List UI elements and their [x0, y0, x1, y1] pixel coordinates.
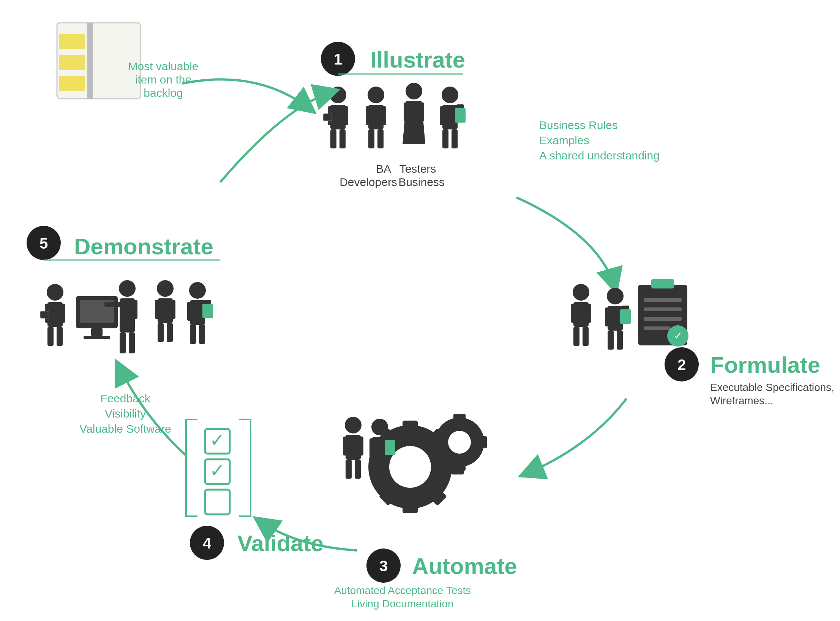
- svg-rect-47: [644, 307, 682, 311]
- validate-checklist: ✓ ✓: [205, 429, 230, 514]
- svg-rect-101: [120, 333, 126, 353]
- formulate-clipboard: ✓: [638, 279, 688, 347]
- svg-rect-70: [343, 437, 348, 456]
- svg-rect-33: [571, 304, 576, 323]
- svg-point-37: [607, 288, 624, 304]
- svg-point-68: [345, 417, 362, 433]
- feedback-label: Feedback: [100, 392, 151, 405]
- svg-rect-45: [651, 279, 674, 288]
- svg-rect-78: [387, 437, 393, 440]
- person-developer: [403, 83, 425, 144]
- svg-point-109: [189, 282, 206, 299]
- examples-label: Examples: [539, 134, 589, 147]
- svg-rect-17: [366, 106, 371, 125]
- diagram-container: Most valuable item on the backlog 1 Illu…: [0, 0, 840, 621]
- automate-person1: [343, 417, 363, 479]
- main-diagram-svg: Most valuable item on the backlog 1 Illu…: [0, 0, 840, 621]
- svg-rect-39: [605, 307, 610, 326]
- svg-point-8: [330, 87, 346, 103]
- svg-rect-40: [620, 309, 631, 324]
- formulate-sub2: Wireframes...: [710, 395, 773, 407]
- step4-number: 4: [203, 535, 212, 552]
- svg-rect-112: [202, 304, 213, 318]
- person-tester: [366, 87, 386, 148]
- svg-rect-65: [453, 462, 466, 471]
- svg-rect-95: [91, 328, 103, 336]
- svg-rect-13: [339, 129, 346, 148]
- svg-rect-3: [59, 55, 85, 70]
- svg-rect-102: [129, 333, 135, 353]
- testers-label: Testers: [399, 162, 436, 175]
- svg-rect-12: [330, 129, 336, 148]
- svg-rect-34: [586, 304, 591, 323]
- step1-number: 1: [334, 51, 342, 68]
- svg-point-103: [157, 280, 174, 297]
- svg-rect-71: [358, 437, 363, 456]
- ba-label: BA: [376, 162, 391, 175]
- svg-text:✓: ✓: [210, 460, 225, 481]
- svg-rect-18: [381, 106, 386, 125]
- svg-rect-76: [369, 438, 375, 457]
- shared-understanding-label: A shared understanding: [539, 149, 660, 162]
- svg-point-74: [371, 419, 388, 435]
- backlog-label: Most valuable: [128, 60, 198, 73]
- svg-rect-54: [403, 421, 418, 434]
- svg-rect-72: [346, 460, 352, 479]
- svg-rect-100: [132, 300, 137, 319]
- step3-title: Automate: [412, 553, 517, 579]
- svg-rect-113: [204, 300, 211, 304]
- svg-rect-26: [440, 106, 445, 125]
- svg-rect-30: [452, 129, 458, 148]
- svg-rect-49: [644, 326, 670, 330]
- svg-rect-80: [381, 462, 387, 481]
- svg-rect-90: [47, 327, 54, 346]
- svg-rect-42: [608, 331, 614, 350]
- svg-rect-108: [167, 323, 173, 342]
- step5-title: Demonstrate: [74, 234, 213, 259]
- svg-rect-111: [187, 302, 193, 321]
- svg-rect-107: [158, 323, 164, 342]
- svg-rect-96: [84, 336, 110, 339]
- step2-number: 2: [677, 356, 686, 373]
- svg-rect-41: [622, 306, 629, 309]
- svg-text:backlog: backlog: [144, 87, 183, 99]
- formulate-person2: [605, 288, 631, 350]
- svg-rect-36: [583, 327, 589, 346]
- svg-rect-43: [617, 331, 623, 350]
- demonstrate-person3: [155, 280, 175, 342]
- svg-point-15: [368, 87, 384, 103]
- svg-rect-55: [403, 500, 418, 513]
- svg-rect-115: [199, 325, 205, 344]
- svg-rect-89: [60, 304, 65, 323]
- svg-rect-106: [170, 300, 175, 319]
- step4-title: Validate: [237, 531, 324, 556]
- step1-title: Illustrate: [370, 47, 465, 73]
- developers-label: Developers: [339, 176, 397, 188]
- svg-rect-28: [457, 104, 464, 108]
- svg-rect-67: [478, 436, 487, 448]
- svg-rect-105: [155, 300, 160, 319]
- svg-point-63: [448, 431, 471, 454]
- svg-rect-22: [404, 102, 409, 121]
- svg-rect-46: [644, 298, 682, 302]
- svg-rect-11: [343, 106, 348, 125]
- svg-rect-91: [57, 327, 63, 346]
- svg-rect-66: [432, 436, 441, 448]
- formulate-person1: [571, 284, 591, 346]
- svg-rect-35: [573, 327, 579, 346]
- svg-rect-1: [87, 23, 93, 99]
- automate-sub2: Living Documentation: [351, 598, 453, 610]
- svg-rect-99: [104, 302, 123, 307]
- automate-sub1: Automated Acceptance Tests: [334, 585, 471, 596]
- step3-number: 3: [379, 558, 388, 574]
- svg-rect-77: [385, 440, 395, 455]
- step5-number: 5: [39, 235, 48, 252]
- valuable-software-label: Valuable Software: [79, 422, 171, 435]
- svg-point-86: [47, 284, 63, 301]
- svg-text:✓: ✓: [210, 430, 225, 450]
- svg-point-97: [119, 280, 136, 297]
- svg-rect-23: [419, 102, 424, 121]
- svg-rect-48: [644, 317, 682, 321]
- svg-rect-114: [190, 325, 196, 344]
- svg-rect-4: [59, 76, 85, 91]
